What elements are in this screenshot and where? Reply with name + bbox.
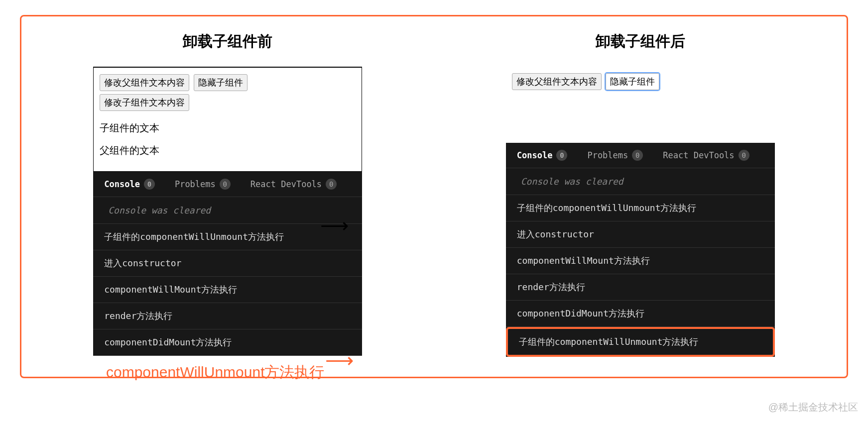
tab-console[interactable]: Console0 <box>104 179 155 190</box>
before-console: Console0 Problems0 React DevTools0 Conso… <box>93 172 362 356</box>
arrow-right-icon: ⟶ <box>325 349 354 372</box>
tab-problems[interactable]: Problems0 <box>587 150 643 161</box>
after-console: Console0 Problems0 React DevTools0 Conso… <box>506 143 775 357</box>
tab-problems[interactable]: Problems0 <box>175 179 231 190</box>
console-log-highlighted: 子组件的componentWillUnmount方法执行 <box>506 327 775 357</box>
watermark: @稀土掘金技术社区 <box>768 401 858 414</box>
console-log: 子组件的componentWillUnmount方法执行 <box>506 195 775 221</box>
console-log: componentDidMount方法执行 <box>93 329 362 356</box>
parent-text: 父组件的文本 <box>100 144 356 157</box>
modify-child-button[interactable]: 修改子组件文本内容 <box>100 94 189 111</box>
before-column: 卸载子组件前 修改父组件文本内容 隐藏子组件 修改子组件文本内容 子组件的文本 … <box>21 31 434 357</box>
console-log: render方法执行 <box>93 303 362 329</box>
before-title: 卸载子组件前 <box>183 31 272 52</box>
console-cleared-message: Console was cleared <box>506 168 775 195</box>
console-log: 进入constructor <box>506 221 775 248</box>
tab-react-devtools[interactable]: React DevTools0 <box>250 179 337 190</box>
console-tabs: Console0 Problems0 React DevTools0 <box>506 143 775 168</box>
console-tabs: Console0 Problems0 React DevTools0 <box>93 172 362 197</box>
hide-child-button[interactable]: 隐藏子组件 <box>194 74 248 91</box>
before-app-panel: 修改父组件文本内容 隐藏子组件 修改子组件文本内容 子组件的文本 父组件的文本 <box>93 67 362 172</box>
child-text: 子组件的文本 <box>100 121 356 135</box>
annotation-caption: componentWillUnmount方法执行 <box>106 362 324 383</box>
console-log: componentWillMount方法执行 <box>93 277 362 303</box>
after-app-panel: 修改父组件文本内容 隐藏子组件 <box>506 67 775 97</box>
console-log: 进入constructor <box>93 250 362 277</box>
hide-child-button[interactable]: 隐藏子组件 <box>606 73 659 90</box>
tab-console[interactable]: Console0 <box>517 150 568 161</box>
modify-parent-button[interactable]: 修改父组件文本内容 <box>100 74 189 91</box>
tab-react-devtools[interactable]: React DevTools0 <box>663 150 749 161</box>
console-log: render方法执行 <box>506 274 775 301</box>
modify-parent-button[interactable]: 修改父组件文本内容 <box>512 73 602 90</box>
after-title: 卸载子组件后 <box>596 31 685 52</box>
console-log: componentDidMount方法执行 <box>506 301 775 327</box>
after-column: 卸载子组件后 修改父组件文本内容 隐藏子组件 Console0 Problems… <box>434 31 847 357</box>
console-log: componentWillMount方法执行 <box>506 248 775 274</box>
comparison-frame: 卸载子组件前 修改父组件文本内容 隐藏子组件 修改子组件文本内容 子组件的文本 … <box>20 15 848 378</box>
